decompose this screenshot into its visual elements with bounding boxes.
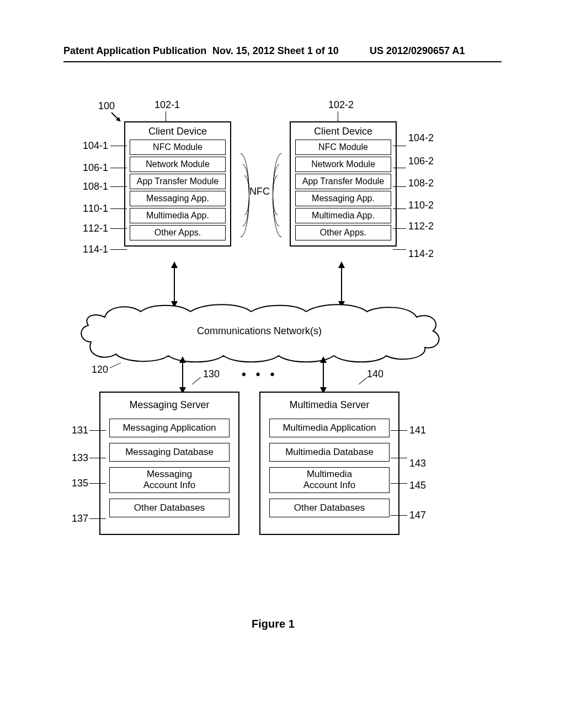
- server-1-account-l1: Messaging: [110, 469, 229, 480]
- lead-110-1: [110, 208, 127, 209]
- ref-108-1: 108-1: [83, 181, 108, 192]
- ref-112-2: 112-2: [408, 221, 434, 232]
- device-2-title: Client Device: [291, 126, 396, 137]
- server-2-title: Multimedia Server: [260, 399, 398, 411]
- lead-143: [391, 458, 407, 458]
- figure-caption: Figure 1: [252, 618, 295, 630]
- lead-102-1: [166, 111, 166, 121]
- arrow-d1-up: [171, 261, 178, 268]
- ref-145: 145: [409, 480, 426, 491]
- ref-106-2: 106-2: [408, 156, 434, 167]
- cloud-label: Communications Network(s): [74, 325, 444, 337]
- client-device-1: Client Device NFC Module Network Module …: [124, 121, 231, 247]
- ref-147: 147: [409, 510, 426, 521]
- ref-108-2: 108-2: [408, 178, 434, 189]
- ref-114-1: 114-1: [83, 244, 108, 255]
- device-2-messaging-app: Messaging App.: [295, 191, 391, 206]
- ref-120: 120: [92, 364, 108, 376]
- device-1-multimedia-app: Multimedia App.: [130, 208, 226, 223]
- ref-131: 131: [72, 425, 88, 436]
- lead-135: [89, 483, 106, 484]
- lead-114-1: [110, 249, 127, 250]
- ref-110-2: 110-2: [408, 200, 434, 211]
- ref-135: 135: [72, 478, 88, 489]
- lead-140: [359, 377, 367, 385]
- device-2-app-transfer-module: App Transfer Module: [295, 174, 391, 189]
- ref-102-2: 102-2: [328, 99, 354, 111]
- lead-130: [192, 377, 201, 385]
- lead-106-1: [110, 168, 127, 168]
- lead-133: [89, 458, 106, 458]
- server-1-db: Messaging Database: [109, 443, 230, 462]
- lead-137: [89, 518, 106, 519]
- device-2-network-module: Network Module: [295, 157, 391, 172]
- arrow-d2-up: [338, 261, 345, 268]
- device-2-nfc-module: NFC Module: [295, 140, 391, 155]
- client-device-2: Client Device NFC Module Network Module …: [290, 121, 397, 247]
- ellipsis: • • •: [242, 367, 278, 382]
- multimedia-server: Multimedia Server Multimedia Application…: [259, 392, 399, 535]
- server-1-account: Messaging Account Info: [109, 467, 230, 493]
- header-mid: Nov. 15, 2012 Sheet 1 of 10: [212, 45, 339, 57]
- ref-106-1: 106-1: [83, 162, 108, 174]
- lead-131: [89, 430, 106, 431]
- lead-145: [391, 483, 407, 484]
- lead-104-2: [393, 146, 406, 146]
- ref-130: 130: [203, 368, 220, 380]
- header-left: Patent Application Publication: [63, 45, 206, 57]
- lead-108-1: [110, 186, 127, 187]
- ref-133: 133: [72, 452, 88, 464]
- lead-106-2: [393, 168, 406, 168]
- device-2-multimedia-app: Multimedia App.: [295, 208, 391, 223]
- server-1-other-db: Other Databases: [109, 499, 230, 517]
- ref-143: 143: [409, 458, 426, 469]
- ref-104-2: 104-2: [408, 132, 434, 144]
- messaging-server: Messaging Server Messaging Application M…: [99, 392, 239, 535]
- arrow-s2-up: [320, 356, 327, 363]
- server-2-db: Multimedia Database: [269, 443, 390, 462]
- lead-108-2: [393, 186, 406, 187]
- server-1-account-l2: Account Info: [110, 480, 229, 491]
- ref-102-1: 102-1: [154, 99, 180, 111]
- server-2-account-l1: Multimedia: [270, 469, 389, 480]
- ref-112-1: 112-1: [83, 223, 108, 234]
- device-1-other-apps: Other Apps.: [130, 225, 226, 240]
- ref-114-2: 114-2: [408, 248, 434, 260]
- arrow-s1-up: [179, 356, 186, 363]
- server-1-title: Messaging Server: [100, 399, 238, 411]
- lead-112-2: [393, 228, 406, 229]
- server-2-account-l2: Account Info: [270, 480, 389, 491]
- device-1-nfc-module: NFC Module: [130, 140, 226, 155]
- ref-110-1: 110-1: [83, 203, 108, 215]
- server-2-app: Multimedia Application: [269, 419, 390, 437]
- server-2-account: Multimedia Account Info: [269, 467, 390, 493]
- device-2-other-apps: Other Apps.: [295, 225, 391, 240]
- server-2-other-db: Other Databases: [269, 499, 390, 517]
- ref-100: 100: [98, 100, 115, 112]
- ref-140: 140: [367, 368, 383, 380]
- arrow-100: [110, 111, 124, 125]
- lead-110-2: [393, 208, 406, 209]
- server-1-app: Messaging Application: [109, 419, 230, 437]
- cloud: Communications Network(s): [74, 298, 444, 370]
- ref-104-1: 104-1: [83, 140, 108, 152]
- lead-114-2: [393, 249, 406, 250]
- nfc-label: NFC: [249, 186, 270, 197]
- ref-141: 141: [409, 425, 426, 436]
- device-1-network-module: Network Module: [130, 157, 226, 172]
- ref-137: 137: [72, 513, 88, 524]
- page-header: Patent Application Publication Nov. 15, …: [63, 45, 502, 62]
- header-right: US 2012/0290657 A1: [370, 45, 465, 57]
- device-1-title: Client Device: [125, 126, 230, 137]
- device-1-messaging-app: Messaging App.: [130, 191, 226, 206]
- device-1-app-transfer-module: App Transfer Module: [130, 174, 226, 189]
- lead-112-1: [110, 228, 127, 229]
- lead-102-2: [338, 111, 338, 121]
- lead-147: [391, 515, 407, 516]
- lead-104-1: [110, 146, 127, 146]
- lead-141: [391, 430, 407, 431]
